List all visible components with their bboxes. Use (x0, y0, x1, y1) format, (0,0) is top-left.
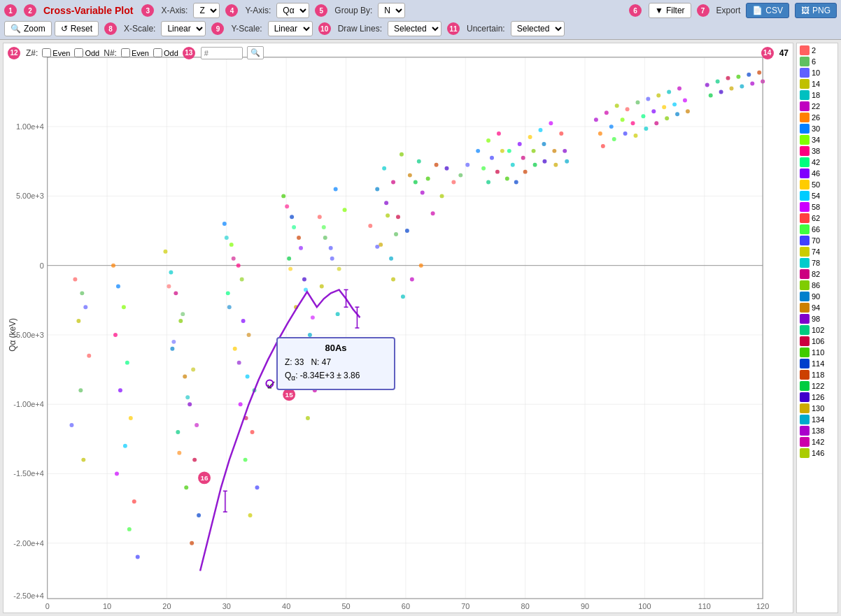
csv-button[interactable]: 📄 CSV (746, 3, 789, 18)
svg-point-174 (486, 180, 490, 185)
svg-point-110 (313, 388, 317, 392)
legend-item[interactable]: 62 (798, 213, 836, 224)
legend-item[interactable]: 18 (798, 89, 836, 101)
legend-item[interactable]: 134 (798, 414, 836, 425)
legend-item[interactable]: 10 (798, 67, 836, 78)
png-button[interactable]: 🖼 PNG (795, 3, 837, 18)
legend-item[interactable]: 70 (798, 235, 836, 246)
svg-point-98 (247, 333, 251, 337)
legend-item[interactable]: 46 (798, 168, 836, 179)
svg-point-113 (323, 236, 327, 240)
zeven-checkbox[interactable] (42, 48, 51, 57)
filter-button[interactable]: ▼ Filter (649, 3, 691, 18)
zodd-label[interactable]: Odd (74, 48, 99, 57)
search-input[interactable] (201, 47, 243, 59)
svg-point-64 (169, 271, 173, 275)
svg-point-164 (559, 131, 563, 136)
svg-point-186 (626, 107, 630, 111)
nodd-checkbox[interactable] (153, 48, 162, 57)
svg-point-160 (518, 142, 522, 146)
svg-point-152 (391, 278, 395, 282)
zoom-button[interactable]: 🔍 Zoom (4, 21, 52, 36)
xscale-select[interactable]: Linear Log (161, 21, 206, 36)
legend-item-label: 86 (812, 281, 820, 289)
groupby-select[interactable]: N (378, 3, 405, 18)
legend-item[interactable]: 118 (798, 369, 836, 380)
svg-text:1.00e+4: 1.00e+4 (16, 122, 44, 131)
svg-point-77 (171, 340, 176, 344)
uncertain-select[interactable]: Selected All None (511, 21, 565, 36)
legend-item[interactable]: 30 (798, 123, 836, 134)
legend-item[interactable]: 78 (798, 257, 836, 268)
svg-point-116 (336, 312, 340, 316)
search-button[interactable]: 🔍 (247, 46, 264, 59)
legend-item[interactable]: 90 (798, 291, 836, 302)
svg-point-138 (396, 215, 400, 219)
svg-point-182 (565, 159, 569, 164)
xaxis-select[interactable]: Z (193, 3, 220, 18)
svg-point-53 (122, 305, 126, 309)
zoom-icon: 🔍 (10, 24, 21, 34)
chart-svg[interactable]: 1.00e+4 5.00e+3 0 -5.00e+3 -1.00e+4 -1.5… (3, 43, 793, 613)
svg-point-163 (549, 121, 553, 125)
legend-item[interactable]: 82 (798, 268, 836, 280)
svg-point-57 (129, 416, 133, 420)
legend-item[interactable]: 110 (798, 347, 836, 358)
legend-item[interactable]: 86 (798, 280, 836, 291)
zeven-label[interactable]: Even (42, 48, 70, 57)
legend-item[interactable]: 102 (798, 324, 836, 336)
legend-color-box (800, 269, 810, 279)
yaxis-select[interactable]: Qα (276, 3, 309, 18)
neven-checkbox[interactable] (121, 48, 130, 57)
legend-item[interactable]: 122 (798, 380, 836, 392)
legend-item[interactable]: 74 (798, 246, 836, 257)
svg-point-169 (521, 156, 525, 160)
yscale-select[interactable]: Linear Log (268, 21, 313, 36)
svg-point-111 (306, 416, 310, 420)
legend-color-box (800, 79, 810, 89)
legend-item[interactable]: 142 (798, 436, 836, 447)
legend-item[interactable]: 146 (798, 447, 836, 459)
svg-point-130 (337, 267, 341, 271)
legend-item[interactable]: 50 (798, 179, 836, 190)
svg-point-80 (195, 423, 199, 427)
svg-point-134 (375, 187, 379, 191)
legend-item[interactable]: 114 (798, 358, 836, 369)
svg-point-58 (123, 444, 127, 448)
legend-item[interactable]: 42 (798, 157, 836, 168)
drawlines-select[interactable]: Selected All None (388, 21, 441, 36)
svg-point-90 (250, 430, 255, 434)
legend-item[interactable]: 38 (798, 145, 836, 157)
reset-icon: ↺ (61, 24, 68, 34)
svg-text:70: 70 (461, 602, 469, 610)
legend-color-box (800, 403, 810, 413)
legend-item[interactable]: 26 (798, 112, 836, 123)
legend-item[interactable]: 98 (798, 313, 836, 324)
nodd-label[interactable]: Odd (153, 48, 178, 57)
legend-item-label: 142 (812, 438, 824, 446)
svg-point-109 (301, 361, 305, 365)
legend-sidebar: 2610141822263034384246505458626670747882… (796, 43, 838, 613)
legend-item[interactable]: 138 (798, 425, 836, 436)
legend-item[interactable]: 130 (798, 403, 836, 414)
neven-label[interactable]: Even (121, 48, 149, 57)
svg-text:120: 120 (756, 602, 769, 610)
svg-point-218 (730, 87, 734, 91)
svg-point-120 (343, 208, 347, 212)
legend-item[interactable]: 6 (798, 56, 836, 67)
svg-point-180 (542, 159, 546, 164)
legend-item[interactable]: 94 (798, 302, 836, 313)
legend-item[interactable]: 2 (798, 45, 836, 56)
svg-point-190 (667, 90, 671, 94)
legend-item[interactable]: 106 (798, 336, 836, 347)
reset-button[interactable]: ↺ Reset (55, 21, 99, 36)
legend-item[interactable]: 14 (798, 78, 836, 89)
legend-item[interactable]: 22 (798, 101, 836, 112)
legend-item[interactable]: 126 (798, 392, 836, 403)
legend-item[interactable]: 66 (798, 224, 836, 235)
legend-color-box (800, 169, 810, 178)
legend-item[interactable]: 54 (798, 190, 836, 201)
zodd-checkbox[interactable] (74, 48, 83, 57)
legend-item[interactable]: 34 (798, 134, 836, 145)
legend-item[interactable]: 58 (798, 201, 836, 213)
